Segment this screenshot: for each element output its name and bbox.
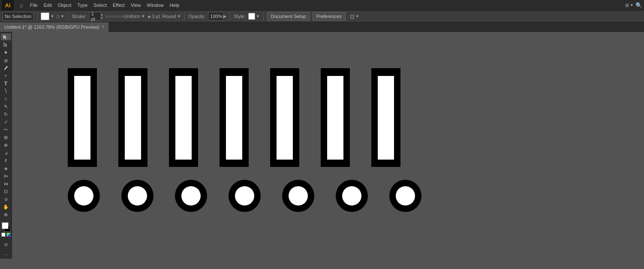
stroke-control[interactable]: □ ▼: [57, 14, 64, 19]
divider-4: [230, 12, 230, 21]
stroke-icon: □: [57, 14, 60, 19]
line-tool[interactable]: \: [1, 88, 11, 94]
warp-tool[interactable]: 〜: [1, 126, 11, 133]
opacity-value[interactable]: 100%: [208, 12, 223, 21]
divider-5: [263, 12, 264, 21]
rectangle-inner-5: [277, 76, 293, 160]
home-icon[interactable]: ⌂: [16, 0, 27, 10]
zoom-tool[interactable]: ⊕: [1, 211, 11, 218]
stroke-type-arrow[interactable]: ▼: [141, 14, 145, 18]
stroke-cap-value[interactable]: 3 pt. Round: [152, 14, 176, 19]
selection-tool[interactable]: [1, 33, 11, 40]
menu-select[interactable]: Select: [91, 2, 109, 9]
opacity-arrow[interactable]: ▶: [223, 14, 226, 18]
shape-builder-tool[interactable]: ⊕: [1, 142, 11, 148]
blend-tool[interactable]: ⋈: [1, 180, 11, 187]
more-tools-button[interactable]: ···: [4, 252, 7, 257]
circle-4[interactable]: [229, 180, 261, 212]
tab-close-button[interactable]: ×: [102, 24, 104, 29]
search-icon[interactable]: 🔍: [635, 2, 642, 9]
stroke-type-control[interactable]: Uniform ▼: [106, 14, 145, 19]
stroke-weight-value[interactable]: 1 pt: [89, 12, 101, 21]
fill-color-box[interactable]: [41, 12, 49, 20]
lasso-tool[interactable]: ⌀: [1, 57, 11, 63]
stroke-weight-up[interactable]: ▲: [100, 13, 103, 16]
hand-tool[interactable]: ✋: [1, 203, 11, 210]
canvas-area[interactable]: [12, 32, 644, 259]
rectangles-row: [68, 68, 421, 167]
svg-marker-0: [3, 35, 7, 39]
style-control[interactable]: ▼: [248, 13, 260, 20]
menu-bar: Ai ⌂ File Edit Object Type Select Effect…: [0, 0, 644, 10]
preferences-button[interactable]: Preferences: [313, 12, 346, 21]
menu-type[interactable]: Type: [75, 2, 90, 9]
circle-inner-5: [289, 186, 308, 206]
circle-5[interactable]: [282, 180, 314, 212]
stroke-dropdown-arrow[interactable]: ▼: [60, 14, 64, 18]
main-layout: ✦ ⌀ + T \ ○ ✎ ↻ ⤢ 〜 ⊞ ⊕ ⊿ # ◈ ⌲ ⋈ ⊡ ⊘ ✋ …: [0, 32, 644, 259]
magic-wand-tool[interactable]: ✦: [1, 49, 11, 56]
rectangle-inner-2: [125, 76, 141, 160]
rectangle-2[interactable]: [118, 68, 147, 167]
workspace-icon[interactable]: ⊞ ▼: [625, 3, 634, 8]
circle-1[interactable]: [68, 180, 100, 212]
rectangle-1[interactable]: [68, 68, 97, 167]
type-tool[interactable]: T: [1, 80, 11, 87]
stroke-cap-arrow[interactable]: ▼: [177, 14, 181, 18]
draw-normal-mode[interactable]: ⊟: [1, 239, 11, 250]
circle-2[interactable]: [121, 180, 153, 212]
fill-control[interactable]: ▼: [41, 12, 54, 20]
ellipse-tool[interactable]: ○: [1, 95, 11, 102]
pen-tool[interactable]: [1, 64, 11, 71]
arrange-control[interactable]: ⊡ ▼: [350, 13, 359, 20]
document-setup-button[interactable]: Document Setup: [267, 12, 310, 21]
circle-3[interactable]: [175, 180, 207, 212]
rotate-tool[interactable]: ↻: [1, 111, 11, 118]
stroke-weight-down[interactable]: ▼: [100, 16, 103, 20]
rectangle-5[interactable]: [270, 68, 299, 167]
free-transform-tool[interactable]: ⊞: [1, 134, 11, 141]
menu-object[interactable]: Object: [55, 2, 74, 9]
stroke-weight-stepper[interactable]: ▲ ▼: [100, 13, 103, 20]
slice-tool[interactable]: ⊘: [1, 196, 11, 203]
opacity-control[interactable]: 100% ▶: [208, 12, 226, 21]
gradient-tool[interactable]: ◈: [1, 165, 11, 172]
eyedropper-tool[interactable]: ⌲: [1, 172, 11, 179]
document-tab[interactable]: Untitled-1* @ 1163.78% (RGB/GPU Preview)…: [0, 22, 109, 32]
none-color[interactable]: [1, 233, 6, 237]
rectangle-7[interactable]: [371, 68, 400, 167]
divider-1: [37, 12, 37, 21]
menu-help[interactable]: Help: [167, 2, 182, 9]
menu-edit[interactable]: Edit: [41, 2, 54, 9]
stroke-cap-control[interactable]: ◈ 3 pt. Round ▼: [147, 14, 181, 19]
rectangle-inner-4: [226, 76, 242, 160]
pencil-tool[interactable]: ✎: [1, 103, 11, 110]
foreground-color[interactable]: [2, 222, 9, 229]
menu-window[interactable]: Window: [144, 2, 166, 9]
perspective-tool[interactable]: ⊿: [1, 149, 11, 156]
fill-dropdown-arrow[interactable]: ▼: [50, 14, 54, 18]
scale-tool[interactable]: ⤢: [1, 118, 11, 125]
rectangle-3[interactable]: [169, 68, 198, 167]
artboard-tool[interactable]: ⊡: [1, 188, 11, 195]
circle-inner-1: [74, 186, 93, 206]
menu-view[interactable]: View: [128, 2, 144, 9]
arrange-arrow[interactable]: ▼: [355, 14, 359, 18]
circle-inner-6: [342, 186, 361, 206]
circle-6[interactable]: [336, 180, 368, 212]
color-gradient[interactable]: [6, 233, 11, 237]
rectangle-6[interactable]: [321, 68, 350, 167]
mesh-tool[interactable]: #: [1, 157, 11, 164]
direct-selection-tool[interactable]: [1, 41, 11, 48]
menu-file[interactable]: File: [27, 2, 40, 9]
stroke-weight-control[interactable]: 1 pt ▲ ▼: [89, 12, 103, 21]
rectangle-inner-1: [74, 76, 90, 160]
menu-effect[interactable]: Effect: [110, 2, 127, 9]
circles-row: [68, 180, 421, 212]
rectangle-4[interactable]: [220, 68, 249, 167]
rectangle-inner-7: [378, 76, 394, 160]
stroke-type-value[interactable]: Uniform: [124, 14, 141, 19]
add-anchor-tool[interactable]: +: [1, 72, 11, 79]
circle-7[interactable]: [389, 180, 421, 212]
style-arrow[interactable]: ▼: [256, 14, 260, 18]
